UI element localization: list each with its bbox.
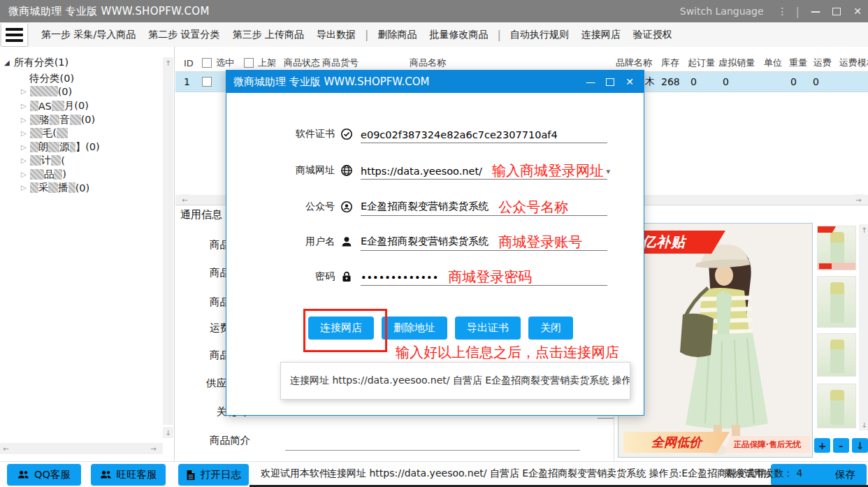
tree-item-label: 播 xyxy=(58,181,68,194)
column-header[interactable]: 运费模板 xyxy=(839,54,868,71)
tree-vscrollbar[interactable] xyxy=(163,68,173,425)
collapse-arrow-icon[interactable]: ▷ xyxy=(21,87,27,95)
tree-item[interactable]: ▷朗源】(0) xyxy=(21,140,100,154)
table-scroll-left-icon[interactable]: ← xyxy=(180,194,190,205)
thumbs-scroll-down-icon[interactable]: ↓ xyxy=(859,419,868,430)
collapse-arrow-icon[interactable]: ▷ xyxy=(21,170,27,178)
tab-general-info[interactable]: 通用信息 xyxy=(180,208,222,221)
tree-scroll-down-icon[interactable]: ↓ xyxy=(163,427,173,438)
tree-item[interactable]: 待分类(0) xyxy=(29,72,74,85)
password-label: 密码 xyxy=(226,270,335,283)
column-header-label: 商品状态 xyxy=(284,57,320,69)
column-header[interactable]: 运费 xyxy=(813,54,832,71)
menu-item[interactable]: 第二步 设置分类 xyxy=(142,29,226,41)
thumbnail[interactable] xyxy=(817,333,856,377)
tree-root-all-categories[interactable]: ◢ 所有分类(1) xyxy=(4,56,68,69)
thumbnail[interactable] xyxy=(817,226,856,270)
collapse-arrow-icon[interactable]: ▷ xyxy=(21,102,27,110)
column-header[interactable]: 上架 xyxy=(244,54,276,71)
dialog-titlebar[interactable]: 微商城助理 专业版 WWW.SHOPFW.COM — ✕ xyxy=(226,71,644,93)
collapse-arrow-icon[interactable]: ▷ xyxy=(21,143,27,151)
tree-item[interactable]: ▷计( xyxy=(21,154,65,167)
menu-item[interactable]: 删除商品 xyxy=(371,29,423,41)
column-header[interactable]: 品牌名称 xyxy=(616,54,652,71)
hamburger-menu-icon[interactable] xyxy=(1,23,27,46)
table-scroll-right-icon[interactable]: → xyxy=(853,194,864,205)
thumbs-scroll-up-icon[interactable]: ↑ xyxy=(859,224,868,235)
tree-item[interactable]: ▷AS月(0) xyxy=(21,99,89,112)
export-certificate-button[interactable]: 导出证书 xyxy=(455,317,521,340)
tree-scroll-right-icon[interactable]: → xyxy=(148,443,159,454)
product-main-image[interactable]: 宝百亿补贴 全网低价 正品保障·售后无忧 xyxy=(618,223,813,458)
header-checkbox[interactable] xyxy=(244,58,254,68)
tree-item[interactable]: ▷采播(0) xyxy=(21,181,89,194)
tree-item[interactable]: ▷毛( xyxy=(21,126,68,140)
open-log-button[interactable]: 打开日志 xyxy=(178,464,249,486)
add-image-button[interactable]: + xyxy=(814,438,830,453)
thumb-red-strip xyxy=(818,263,855,270)
switch-language-button[interactable]: Switch Language xyxy=(680,6,764,17)
maximize-button[interactable] xyxy=(826,0,847,22)
menu-item[interactable]: 第一步 采集/导入商品 xyxy=(35,29,142,41)
expand-arrow-icon[interactable]: ◢ xyxy=(4,59,10,66)
collapse-arrow-icon[interactable]: ▷ xyxy=(21,129,27,137)
delete-address-button[interactable]: 删除地址 xyxy=(382,317,447,340)
column-header[interactable]: 商品货号 xyxy=(322,54,359,71)
thumbnail[interactable] xyxy=(817,384,856,428)
header-checkbox[interactable] xyxy=(202,58,212,68)
password-input[interactable]: •••••••••••••商城登录密码 xyxy=(361,267,607,286)
close-button[interactable]: 关闭 xyxy=(528,317,573,340)
tree-item[interactable]: ▷(0) xyxy=(21,86,72,97)
collapse-arrow-icon[interactable]: ▷ xyxy=(21,184,27,191)
column-header[interactable]: 起订量 xyxy=(688,54,715,71)
menu-item[interactable]: 连接网店 xyxy=(575,29,627,41)
tree-item[interactable]: ▷品) xyxy=(21,168,66,181)
tree-item-label: 源 xyxy=(59,140,70,154)
column-header[interactable]: 商品名称 xyxy=(410,54,446,71)
column-header[interactable]: 商品状态 xyxy=(284,54,320,71)
column-header[interactable]: 选中 xyxy=(202,54,234,71)
more-options-icon[interactable]: ⋮ xyxy=(775,6,790,17)
tree-scroll-left-icon[interactable]: ← xyxy=(1,443,11,454)
username-input[interactable]: E企盈招商裂变营销卖货系统商城登录账号 xyxy=(361,232,607,251)
dialog-close-button[interactable]: ✕ xyxy=(620,71,639,93)
certificate-value: e09c02f387324e82a6c7ce2307710af4 xyxy=(361,129,558,143)
column-header[interactable]: ID xyxy=(184,54,194,71)
wangwang-service-button[interactable]: 旺旺客服 xyxy=(91,464,166,486)
remove-image-button[interactable]: - xyxy=(833,438,849,453)
menu-item[interactable]: 第三步 上传商品 xyxy=(226,29,310,41)
menu-item[interactable]: 批量修改商品 xyxy=(423,29,494,41)
column-header[interactable]: 虚拟销量 xyxy=(718,54,755,71)
dropdown-caret-icon[interactable]: ▾ xyxy=(606,167,610,176)
connect-shop-dialog: 微商城助理 专业版 WWW.SHOPFW.COM — ✕ 软件证书e09c02f… xyxy=(226,70,644,416)
dialog-minimize-button[interactable]: — xyxy=(581,71,600,93)
mall-url-label: 商城网址 xyxy=(226,164,335,177)
tree-item[interactable]: ▷骆音(0) xyxy=(21,113,95,126)
mall-url-input[interactable]: https://data.yeesoo.net/输入商城登录网址▾ xyxy=(361,161,607,180)
thumbnail[interactable] xyxy=(817,276,856,328)
lowest-price-label: 全网低价 xyxy=(651,434,702,451)
lock-icon xyxy=(340,270,354,284)
move-down-button[interactable]: ↓ xyxy=(852,438,868,453)
certificate-input[interactable]: e09c02f387324e82a6c7ce2307710af4 xyxy=(361,124,607,143)
app-window: 微商城助理 专业版 WWW.SHOPFW.COM Switch Language… xyxy=(0,0,868,487)
column-header[interactable]: 重量 xyxy=(789,54,807,71)
menu-item[interactable]: 导出数据 xyxy=(310,29,362,41)
minimize-button[interactable]: — xyxy=(805,0,826,22)
menubar: 第一步 采集/导入商品第二步 设置分类第三步 上传商品导出数据|删除商品批量修改… xyxy=(0,22,868,48)
collapse-arrow-icon[interactable]: ▷ xyxy=(21,116,27,124)
row-checkbox[interactable] xyxy=(202,77,212,87)
column-header[interactable]: 单位 xyxy=(764,54,782,71)
menu-item[interactable]: 自动执行规则 xyxy=(504,29,575,41)
connection-status-text: 连接网址 https://data.yeesoo.net/ 自营店 E企盈招商裂… xyxy=(281,375,630,387)
public-account-input[interactable]: E企盈招商裂变营销卖货系统公众号名称 xyxy=(361,197,607,216)
tree-hscrollbar[interactable] xyxy=(0,443,163,454)
collapse-arrow-icon[interactable]: ▷ xyxy=(21,157,27,164)
column-header[interactable]: 库存 xyxy=(661,54,679,71)
thumbs-vscrollbar[interactable] xyxy=(859,235,868,424)
qq-service-button[interactable]: QQ客服 xyxy=(7,464,81,486)
dialog-maximize-button[interactable] xyxy=(600,71,620,93)
tree-scroll-up-icon[interactable]: ↑ xyxy=(163,57,173,68)
menu-item[interactable]: 验证授权 xyxy=(627,29,679,41)
close-button[interactable]: ✕ xyxy=(847,0,868,22)
